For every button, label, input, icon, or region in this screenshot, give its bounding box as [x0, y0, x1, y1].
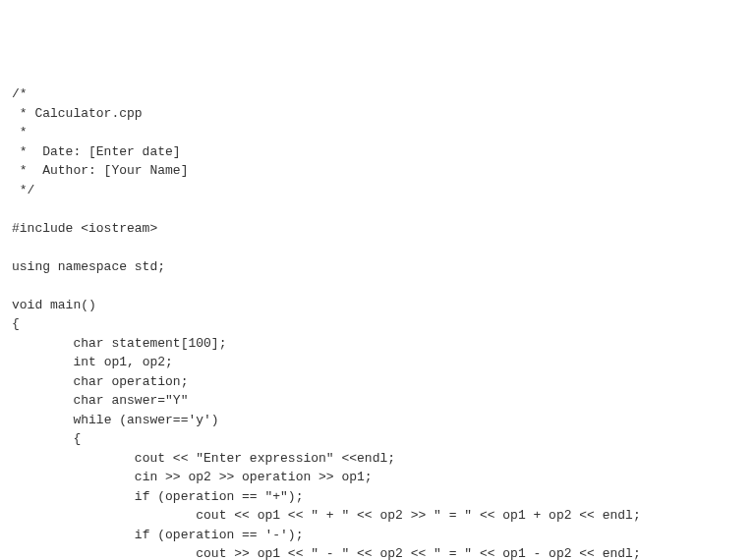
code-line: char answer="Y" [12, 393, 188, 408]
code-line: * Date: [Enter date] [12, 144, 181, 159]
code-line: char statement[100]; [12, 336, 226, 351]
code-line: if (operation == '-'); [12, 528, 303, 542]
code-line: while (answer=='y') [12, 413, 219, 427]
code-line: cout << "Enter expression" <<endl; [12, 451, 395, 466]
code-line: * [12, 125, 28, 140]
code-line: using namespace std; [12, 259, 165, 274]
code-line: * Calculator.cpp [12, 106, 143, 121]
code-line: void main() [12, 298, 96, 312]
code-line: { [12, 431, 81, 446]
code-line: if (operation == "+"); [12, 489, 303, 504]
code-line: /* [12, 86, 28, 101]
code-line: { [12, 316, 20, 331]
code-line: cout >> op1 << " - " << op2 << " = " << … [12, 546, 641, 560]
code-line: int op1, op2; [12, 355, 173, 369]
code-line: cin >> op2 >> operation >> op1; [12, 470, 373, 484]
code-line: char operation; [12, 374, 188, 389]
code-block: /* * Calculator.cpp * * Date: [Enter dat… [12, 84, 741, 560]
code-line: */ [12, 183, 34, 197]
code-line: #include <iostream> [12, 221, 157, 236]
code-line: * Author: [Your Name] [12, 163, 188, 178]
code-line: cout << op1 << " + " << op2 >> " = " << … [12, 508, 641, 523]
